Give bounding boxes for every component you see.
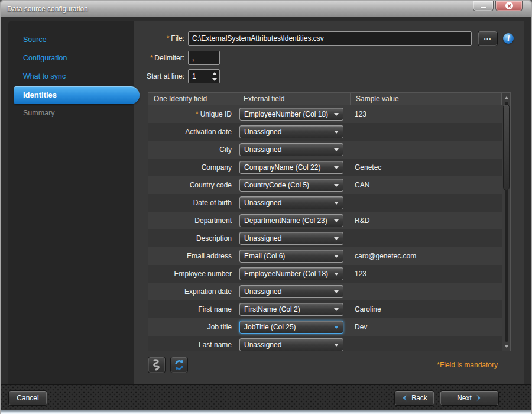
spin-up-button[interactable]	[211, 71, 218, 76]
sample-value-cell: R&D	[351, 216, 502, 225]
sidebar-item-summary[interactable]: Summary	[8, 104, 134, 122]
chevron-down-icon	[334, 166, 339, 169]
sample-value-cell: 123	[351, 110, 502, 118]
title-bar[interactable]: Data source configuration	[1, 1, 531, 17]
close-button[interactable]	[495, 1, 523, 11]
sample-value-cell: Dev	[351, 323, 502, 331]
external-field-dropdown[interactable]: Unassigned	[239, 232, 343, 245]
external-field-dropdown[interactable]: CompanyName (Col 22)	[239, 161, 343, 174]
table-row: *Date of birth Unassigned	[148, 194, 502, 212]
dropdown-value: CountryCode (Col 5)	[244, 181, 332, 189]
header-external-field: External field	[238, 93, 351, 105]
field-mapping-table: One Identity field External field Sample…	[148, 92, 511, 351]
identity-field-label: Description	[196, 234, 232, 242]
dropdown-value: DepartmentName (Col 23)	[244, 216, 332, 225]
sidebar-item-configuration[interactable]: Configuration	[8, 49, 134, 67]
delimiter-row: *Delimiter:	[134, 51, 220, 65]
external-field-dropdown[interactable]: Unassigned	[239, 338, 343, 351]
chevron-down-icon	[334, 219, 339, 222]
cancel-button[interactable]: Cancel	[8, 390, 47, 406]
dropdown-value: FirstName (Col 2)	[244, 305, 332, 313]
identity-field-label: Date of birth	[193, 199, 232, 207]
dropdown-value: Unassigned	[244, 287, 332, 296]
identity-field-label: Country code	[190, 181, 232, 189]
table-row: *Department DepartmentName (Col 23) R&D	[148, 212, 502, 229]
header-empty	[433, 93, 502, 105]
next-button[interactable]: Next	[440, 390, 499, 406]
clear-mappings-button[interactable]	[148, 357, 166, 373]
external-field-dropdown[interactable]: EmployeeNumber (Col 18)	[239, 267, 343, 280]
external-field-dropdown[interactable]: EmployeeNumber (Col 18)	[239, 108, 343, 121]
dropdown-value: Unassigned	[244, 199, 332, 207]
external-field-dropdown[interactable]: Unassigned	[239, 196, 343, 209]
sample-value: 123	[355, 110, 366, 118]
external-field-dropdown[interactable]: Unassigned	[239, 285, 343, 298]
external-field-dropdown[interactable]: Unassigned	[239, 125, 343, 138]
required-asterisk: *	[167, 34, 170, 43]
external-field-dropdown[interactable]: DepartmentName (Col 23)	[239, 214, 343, 227]
ellipsis-icon: ...	[484, 33, 491, 41]
sidebar-item-what-to-sync[interactable]: What to sync	[8, 67, 134, 86]
minimize-button[interactable]	[473, 1, 494, 11]
back-button[interactable]: Back	[394, 390, 434, 406]
identity-field-label: Employee number	[174, 270, 232, 278]
dropdown-value: CompanyName (Col 22)	[244, 163, 332, 172]
external-field-cell: Unassigned	[238, 143, 351, 156]
required-asterisk: *	[150, 54, 153, 62]
scroll-up-button[interactable]	[504, 95, 509, 101]
window-title: Data source configuration	[7, 5, 88, 13]
spin-down-button[interactable]	[211, 77, 218, 82]
external-field-cell: Email (Col 6)	[238, 250, 351, 263]
identity-field-label: Last name	[199, 341, 232, 349]
external-field-cell: Unassigned	[238, 338, 351, 351]
scroll-down-button[interactable]	[504, 343, 509, 349]
scrollbar-thumb[interactable]	[503, 104, 510, 190]
dropdown-value: Unassigned	[244, 234, 332, 242]
chevron-down-icon	[334, 131, 339, 134]
identity-field-cell: *Date of birth	[148, 199, 238, 207]
refresh-button[interactable]	[170, 357, 188, 373]
file-path-input[interactable]	[188, 31, 472, 46]
table-row: *Description Unassigned	[148, 229, 502, 247]
external-field-dropdown[interactable]: FirstName (Col 2)	[239, 303, 343, 316]
sidebar-item-source[interactable]: Source	[8, 31, 134, 49]
sample-value: 123	[355, 270, 366, 278]
table-tools	[148, 357, 188, 373]
chevron-down-icon	[334, 184, 339, 187]
external-field-dropdown[interactable]: Unassigned	[239, 143, 343, 156]
dialog-window: Data source configuration Source Configu…	[0, 0, 532, 414]
table-row: *Activation date Unassigned	[148, 123, 502, 141]
sample-value-cell: Genetec	[351, 163, 502, 172]
triangle-down-icon	[504, 345, 509, 348]
identity-field-cell: *Activation date	[148, 128, 238, 136]
dropdown-value: Unassigned	[244, 341, 332, 349]
identity-field-label: Department	[194, 216, 232, 225]
sample-value-cell: 123	[351, 270, 502, 278]
external-field-dropdown[interactable]: CountryCode (Col 5)	[239, 179, 343, 192]
vertical-scrollbar[interactable]	[502, 93, 510, 351]
dropdown-value: Unassigned	[244, 128, 332, 136]
triangle-down-icon	[212, 78, 217, 81]
identity-field-label: Unique ID	[200, 110, 232, 118]
chevron-right-icon	[475, 394, 482, 402]
external-field-dropdown[interactable]: Email (Col 6)	[239, 250, 343, 263]
file-row: *File: ... i	[134, 31, 514, 46]
identity-field-cell: *Unique ID	[148, 110, 238, 118]
sidebar-item-identities[interactable]: Identities	[14, 86, 140, 104]
dialog-body: Source Configuration What to sync Identi…	[1, 17, 531, 384]
delimiter-input[interactable]	[188, 51, 220, 65]
sample-value: R&D	[355, 216, 369, 225]
sample-value: CAN	[355, 181, 369, 189]
info-icon[interactable]: i	[503, 33, 514, 44]
identity-field-label: Job title	[207, 323, 232, 331]
external-field-cell: Unassigned	[238, 125, 351, 138]
start-at-line-label: Start at line:	[134, 72, 184, 80]
browse-button[interactable]: ...	[478, 31, 498, 46]
dropdown-value: Email (Col 6)	[244, 252, 332, 260]
chevron-down-icon	[334, 237, 339, 240]
scrollbar-track[interactable]	[502, 102, 510, 342]
spinner-buttons	[211, 71, 218, 82]
external-field-dropdown[interactable]: JobTitle (Col 25)	[239, 321, 343, 334]
dropdown-value: EmployeeNumber (Col 18)	[244, 110, 332, 118]
external-field-cell: JobTitle (Col 25)	[238, 321, 351, 334]
